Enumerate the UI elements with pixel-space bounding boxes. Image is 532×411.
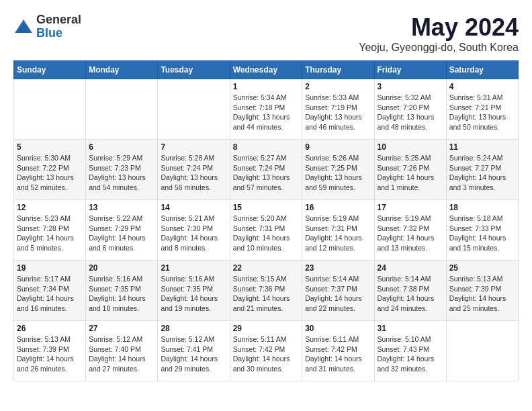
week-row-0: 1Sunrise: 5:34 AM Sunset: 7:18 PM Daylig… (14, 79, 519, 140)
day-info: Sunrise: 5:12 AM Sunset: 7:41 PM Dayligh… (161, 334, 226, 374)
day-number: 9 (305, 142, 371, 152)
day-info: Sunrise: 5:20 AM Sunset: 7:31 PM Dayligh… (233, 214, 300, 253)
day-number: 23 (305, 263, 371, 273)
day-info: Sunrise: 5:15 AM Sunset: 7:36 PM Dayligh… (233, 274, 300, 314)
day-info: Sunrise: 5:27 AM Sunset: 7:24 PM Dayligh… (233, 153, 300, 193)
day-info: Sunrise: 5:21 AM Sunset: 7:30 PM Dayligh… (161, 214, 226, 253)
calendar-cell: 28Sunrise: 5:12 AM Sunset: 7:41 PM Dayli… (158, 321, 230, 381)
day-number: 21 (161, 263, 226, 273)
week-row-4: 26Sunrise: 5:13 AM Sunset: 7:39 PM Dayli… (14, 321, 519, 381)
day-number: 4 (449, 82, 515, 91)
day-header-saturday: Saturday (446, 61, 518, 79)
calendar-cell: 8Sunrise: 5:27 AM Sunset: 7:24 PM Daylig… (230, 140, 302, 200)
calendar-cell: 14Sunrise: 5:21 AM Sunset: 7:30 PM Dayli… (158, 200, 230, 261)
day-info: Sunrise: 5:26 AM Sunset: 7:25 PM Dayligh… (305, 153, 371, 193)
calendar-cell: 3Sunrise: 5:32 AM Sunset: 7:20 PM Daylig… (374, 79, 446, 140)
day-header-thursday: Thursday (302, 61, 374, 79)
day-number: 30 (305, 324, 371, 333)
day-number: 1 (233, 82, 300, 91)
day-header-wednesday: Wednesday (230, 61, 302, 79)
calendar-cell (86, 79, 158, 140)
day-number: 26 (17, 324, 83, 333)
logo-blue: Blue (36, 27, 81, 40)
week-row-2: 12Sunrise: 5:23 AM Sunset: 7:28 PM Dayli… (14, 200, 519, 261)
day-number: 18 (449, 203, 515, 212)
logo-general: General (36, 13, 81, 27)
day-number: 24 (378, 263, 443, 273)
day-number: 27 (89, 324, 154, 333)
day-number: 16 (305, 203, 371, 212)
calendar-cell: 15Sunrise: 5:20 AM Sunset: 7:31 PM Dayli… (230, 200, 302, 261)
calendar-cell: 7Sunrise: 5:28 AM Sunset: 7:24 PM Daylig… (158, 140, 230, 200)
day-info: Sunrise: 5:24 AM Sunset: 7:27 PM Dayligh… (449, 153, 515, 193)
day-number: 29 (233, 324, 300, 333)
calendar-cell: 18Sunrise: 5:18 AM Sunset: 7:33 PM Dayli… (446, 200, 518, 261)
day-info: Sunrise: 5:11 AM Sunset: 7:42 PM Dayligh… (233, 334, 300, 374)
calendar-cell: 6Sunrise: 5:29 AM Sunset: 7:23 PM Daylig… (86, 140, 158, 200)
day-number: 22 (233, 263, 300, 273)
day-number: 14 (161, 203, 226, 212)
day-number: 13 (89, 203, 154, 212)
day-info: Sunrise: 5:22 AM Sunset: 7:29 PM Dayligh… (89, 214, 154, 253)
day-number: 17 (378, 203, 443, 212)
calendar-cell (446, 321, 518, 381)
calendar-cell: 17Sunrise: 5:19 AM Sunset: 7:32 PM Dayli… (374, 200, 446, 261)
day-info: Sunrise: 5:33 AM Sunset: 7:19 PM Dayligh… (305, 93, 371, 132)
day-info: Sunrise: 5:34 AM Sunset: 7:18 PM Dayligh… (233, 93, 300, 132)
calendar-cell (14, 79, 86, 140)
calendar-cell: 20Sunrise: 5:16 AM Sunset: 7:35 PM Dayli… (86, 261, 158, 321)
title-section: May 2024 Yeoju, Gyeonggi-do, South Korea (359, 13, 519, 54)
calendar-cell: 4Sunrise: 5:31 AM Sunset: 7:21 PM Daylig… (446, 79, 518, 140)
calendar-cell: 12Sunrise: 5:23 AM Sunset: 7:28 PM Dayli… (14, 200, 86, 261)
day-info: Sunrise: 5:13 AM Sunset: 7:39 PM Dayligh… (449, 274, 515, 314)
calendar-cell: 9Sunrise: 5:26 AM Sunset: 7:25 PM Daylig… (302, 140, 374, 200)
header: General Blue May 2024 Yeoju, Gyeonggi-do… (13, 13, 519, 54)
day-info: Sunrise: 5:30 AM Sunset: 7:22 PM Dayligh… (17, 153, 83, 193)
day-info: Sunrise: 5:12 AM Sunset: 7:40 PM Dayligh… (89, 334, 154, 374)
day-number: 6 (89, 142, 154, 152)
calendar-cell: 21Sunrise: 5:16 AM Sunset: 7:35 PM Dayli… (158, 261, 230, 321)
calendar-cell: 5Sunrise: 5:30 AM Sunset: 7:22 PM Daylig… (14, 140, 86, 200)
calendar-cell: 1Sunrise: 5:34 AM Sunset: 7:18 PM Daylig… (230, 79, 302, 140)
calendar-cell: 24Sunrise: 5:14 AM Sunset: 7:38 PM Dayli… (374, 261, 446, 321)
day-header-tuesday: Tuesday (158, 61, 230, 79)
day-info: Sunrise: 5:28 AM Sunset: 7:24 PM Dayligh… (161, 153, 226, 193)
calendar-cell: 26Sunrise: 5:13 AM Sunset: 7:39 PM Dayli… (14, 321, 86, 381)
month-title: May 2024 (359, 13, 519, 42)
day-number: 10 (378, 142, 443, 152)
calendar-cell: 27Sunrise: 5:12 AM Sunset: 7:40 PM Dayli… (86, 321, 158, 381)
day-number: 15 (233, 203, 300, 212)
week-row-3: 19Sunrise: 5:17 AM Sunset: 7:34 PM Dayli… (14, 261, 519, 321)
day-info: Sunrise: 5:14 AM Sunset: 7:38 PM Dayligh… (378, 274, 443, 314)
day-info: Sunrise: 5:19 AM Sunset: 7:32 PM Dayligh… (378, 214, 443, 253)
calendar-cell (158, 79, 230, 140)
day-number: 19 (17, 263, 83, 273)
day-header-friday: Friday (374, 61, 446, 79)
day-number: 11 (449, 142, 515, 152)
day-info: Sunrise: 5:23 AM Sunset: 7:28 PM Dayligh… (17, 214, 83, 253)
day-header-sunday: Sunday (14, 61, 86, 79)
day-info: Sunrise: 5:29 AM Sunset: 7:23 PM Dayligh… (89, 153, 154, 193)
calendar-cell: 23Sunrise: 5:14 AM Sunset: 7:37 PM Dayli… (302, 261, 374, 321)
day-number: 31 (378, 324, 443, 333)
day-number: 20 (89, 263, 154, 273)
calendar-cell: 2Sunrise: 5:33 AM Sunset: 7:19 PM Daylig… (302, 79, 374, 140)
day-header-monday: Monday (86, 61, 158, 79)
calendar-table: SundayMondayTuesdayWednesdayThursdayFrid… (13, 60, 519, 381)
calendar-cell: 30Sunrise: 5:11 AM Sunset: 7:42 PM Dayli… (302, 321, 374, 381)
day-info: Sunrise: 5:11 AM Sunset: 7:42 PM Dayligh… (305, 334, 371, 374)
day-number: 5 (17, 142, 83, 152)
day-info: Sunrise: 5:19 AM Sunset: 7:31 PM Dayligh… (305, 214, 371, 253)
day-number: 8 (233, 142, 300, 152)
day-info: Sunrise: 5:32 AM Sunset: 7:20 PM Dayligh… (378, 93, 443, 132)
day-number: 7 (161, 142, 226, 152)
day-info: Sunrise: 5:17 AM Sunset: 7:34 PM Dayligh… (17, 274, 83, 314)
day-info: Sunrise: 5:13 AM Sunset: 7:39 PM Dayligh… (17, 334, 83, 374)
logo-icon (13, 17, 34, 37)
calendar-cell: 11Sunrise: 5:24 AM Sunset: 7:27 PM Dayli… (446, 140, 518, 200)
day-info: Sunrise: 5:18 AM Sunset: 7:33 PM Dayligh… (449, 214, 515, 253)
calendar-cell: 29Sunrise: 5:11 AM Sunset: 7:42 PM Dayli… (230, 321, 302, 381)
calendar-cell: 16Sunrise: 5:19 AM Sunset: 7:31 PM Dayli… (302, 200, 374, 261)
location-title: Yeoju, Gyeonggi-do, South Korea (359, 42, 519, 54)
calendar-cell: 19Sunrise: 5:17 AM Sunset: 7:34 PM Dayli… (14, 261, 86, 321)
